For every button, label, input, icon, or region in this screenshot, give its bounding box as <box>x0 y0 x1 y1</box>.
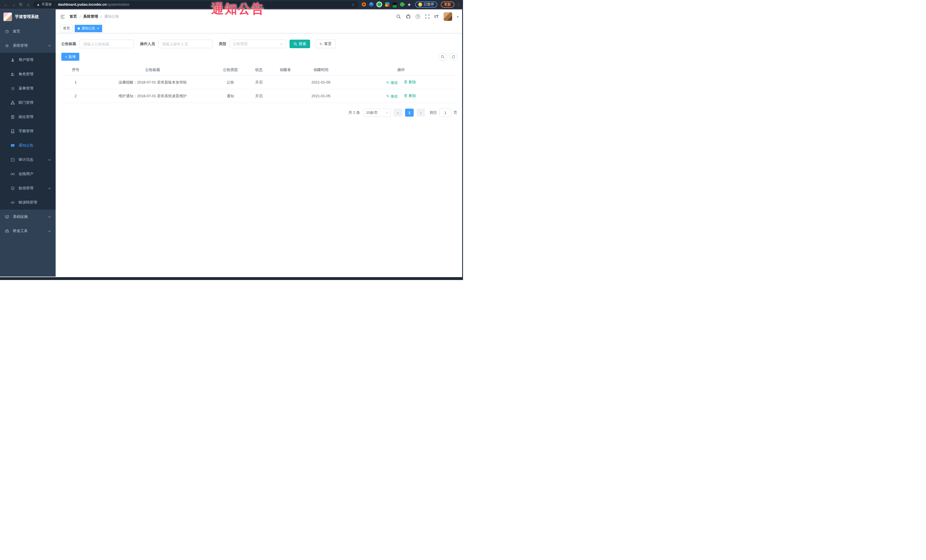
notice-title-input[interactable] <box>80 40 134 48</box>
search-icon[interactable] <box>396 14 401 19</box>
paused-label: 已暂停 <box>424 2 434 7</box>
chevron-down-icon <box>280 42 283 45</box>
extensions-puzzle-icon[interactable]: ★ <box>407 2 411 6</box>
chevron-down-icon <box>386 111 388 114</box>
sidebar-item-online-users[interactable]: 在线用户 <box>0 167 56 181</box>
delete-button[interactable]: 删除 <box>404 80 416 85</box>
breadcrumb-separator: / <box>80 15 81 19</box>
refresh-table-button[interactable] <box>449 53 457 61</box>
address-bar[interactable]: ▲ 不安全 dashboard.yudao.iocoder.cn /system… <box>33 1 358 8</box>
breadcrumb-section[interactable]: 系统管理 <box>83 14 98 19</box>
profile-paused-pill[interactable]: 已暂停 <box>415 2 437 8</box>
font-size-icon[interactable]: tT <box>434 14 439 19</box>
sidebar-item-menus[interactable]: 菜单管理 <box>0 81 56 95</box>
sidebar: 芋道管理系统 首页 系统管理 <box>0 9 56 276</box>
col-header-title: 公告标题 <box>90 67 215 72</box>
bookmark-star-icon[interactable]: ☆ <box>351 2 355 7</box>
show-search-toggle-button[interactable] <box>439 53 446 61</box>
operator-input[interactable] <box>158 40 213 48</box>
sidebar-item-notices[interactable]: 通知公告 <box>0 138 56 152</box>
browser-forward-icon[interactable]: → <box>10 2 17 7</box>
refresh-icon: ↻ <box>319 42 323 46</box>
browser-menu-icon[interactable]: ⋮ <box>457 2 461 7</box>
goto-page-group: 前往 页 <box>430 109 457 116</box>
log-edit-icon <box>10 158 15 162</box>
page-size-select[interactable]: 10条/页 <box>363 109 391 116</box>
tab-notices[interactable]: 通知公告 × <box>75 25 102 32</box>
trash-icon <box>404 80 407 84</box>
delete-button[interactable]: 删除 <box>404 93 416 98</box>
prev-page-button[interactable]: ‹ <box>394 109 402 116</box>
extension-green-icon[interactable] <box>377 2 381 6</box>
row-status: 开启 <box>245 94 272 99</box>
sidebar-item-infrastructure[interactable]: 基础设施 <box>0 210 56 224</box>
browser-back-icon[interactable]: ← <box>2 2 10 7</box>
close-icon[interactable]: × <box>97 27 99 30</box>
url-host: dashboard.yudao.iocoder.cn <box>58 3 106 6</box>
page-number-button[interactable]: 1 <box>405 109 414 116</box>
sidebar-logo[interactable]: 芋道管理系统 <box>0 9 56 24</box>
app-frame: 芋道管理系统 首页 系统管理 <box>0 9 463 276</box>
sidebar-item-departments[interactable]: 部门管理 <box>0 95 56 110</box>
tab-home[interactable]: 首页 <box>60 25 73 32</box>
sidebar-item-system[interactable]: 系统管理 <box>0 38 56 53</box>
col-header-actions: 操作 <box>344 67 458 72</box>
reset-button[interactable]: ↻ 重置 <box>315 40 336 48</box>
search-button[interactable]: 搜索 <box>289 40 310 48</box>
tags-view-bar: 首页 通知公告 × <box>56 24 463 33</box>
extension-drop-icon[interactable] <box>369 2 374 6</box>
sidebar-item-roles[interactable]: 角色管理 <box>0 67 56 81</box>
edit-button[interactable]: ✎ 修改 <box>386 80 398 85</box>
search-label: 搜索 <box>299 41 306 47</box>
browser-update-button[interactable]: 更新 <box>441 2 454 8</box>
search-icon <box>441 55 445 59</box>
fullscreen-icon[interactable] <box>425 14 430 19</box>
table-tools <box>439 53 457 61</box>
chevron-down-icon <box>48 215 51 219</box>
main-area: 首页 / 系统管理 / 通知公告 ? <box>56 9 463 276</box>
briefcase-icon <box>5 229 9 233</box>
logo-title: 芋道管理系统 <box>15 14 39 20</box>
sidebar-item-users[interactable]: 用户管理 <box>0 53 56 67</box>
sidebar-item-error-codes[interactable]: 错误码管理 <box>0 195 56 210</box>
table-row: 2 维护通知：2018-07-01 若依系统凌晨维护 通知 开启 2021-01… <box>61 89 458 103</box>
breadcrumb-home[interactable]: 首页 <box>70 14 77 19</box>
delete-label: 删除 <box>409 80 416 85</box>
security-label[interactable]: 不安全 <box>42 2 52 7</box>
dashboard-icon <box>5 29 9 34</box>
col-header-type: 公告类型 <box>215 67 245 72</box>
user-avatar[interactable] <box>443 12 452 21</box>
extension-plant-icon[interactable] <box>399 2 405 8</box>
avatar-dropdown-caret-icon[interactable]: ▾ <box>457 15 458 18</box>
breadcrumb-separator: / <box>101 15 102 19</box>
extension-orange-icon[interactable] <box>362 2 366 6</box>
sidebar-item-dictionary[interactable]: 字典管理 <box>0 124 56 138</box>
browser-home-icon[interactable]: ⌂ <box>24 2 32 7</box>
page-size-value: 10条/页 <box>366 110 378 115</box>
sidebar-item-sms[interactable]: 短信管理 <box>0 181 56 195</box>
add-button[interactable]: + 新增 <box>61 53 79 61</box>
browser-reload-icon[interactable]: ↻ <box>17 2 24 7</box>
extension-switch-icon[interactable]: on <box>393 2 397 6</box>
add-label: 新增 <box>69 54 76 59</box>
help-icon[interactable]: ? <box>416 14 420 19</box>
goto-page-input[interactable] <box>439 109 451 116</box>
notice-type-select[interactable]: 公告类型 <box>230 40 286 48</box>
next-page-button[interactable]: › <box>416 109 425 116</box>
github-icon[interactable] <box>406 14 411 19</box>
sidebar-item-dev-tools[interactable]: 研发工具 <box>0 224 56 238</box>
extension-grid-icon[interactable] <box>385 2 389 6</box>
row-no: 1 <box>61 80 90 85</box>
table-header-row: 序号 公告标题 公告类型 状态 创建者 创建时间 操作 <box>61 64 458 75</box>
chevron-down-icon <box>48 187 51 190</box>
edit-button[interactable]: ✎ 修改 <box>386 94 398 99</box>
sidebar-item-home[interactable]: 首页 <box>0 24 56 38</box>
col-header-status: 状态 <box>245 67 272 72</box>
sidebar-item-posts[interactable]: 岗位管理 <box>0 110 56 124</box>
sidebar-item-audit-log[interactable]: 审计日志 <box>0 152 56 167</box>
refresh-icon <box>452 55 455 59</box>
chevron-down-icon <box>48 229 51 232</box>
notices-table: 序号 公告标题 公告类型 状态 创建者 创建时间 操作 1 温馨提醒：2018-… <box>61 64 458 103</box>
hamburger-icon[interactable] <box>60 15 65 19</box>
row-title: 维护通知：2018-07-01 若依系统凌晨维护 <box>90 94 215 99</box>
